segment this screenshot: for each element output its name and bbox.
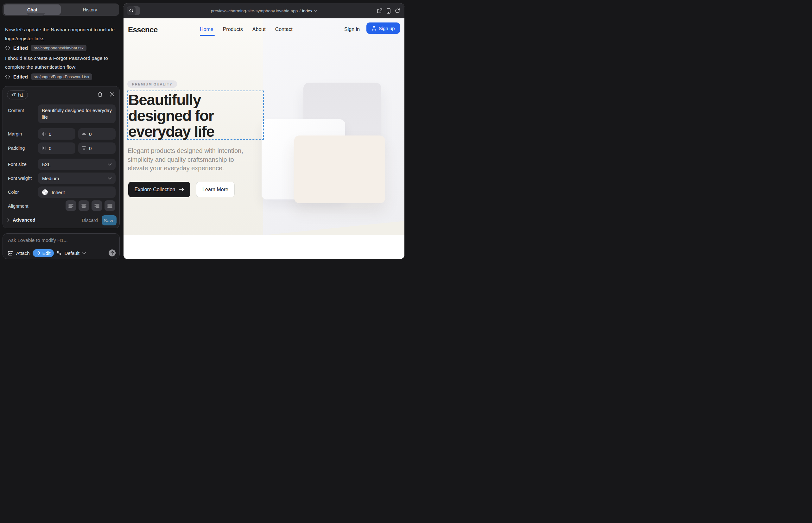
preview-site: Essence Home Products About Contact Sign… <box>124 18 404 259</box>
url-bar[interactable]: preview--charming-site-symphony.lovable.… <box>124 8 404 13</box>
open-external-icon[interactable] <box>377 8 382 13</box>
padding-x-value: 0 <box>49 146 51 151</box>
delete-element-button[interactable] <box>96 91 104 98</box>
code-icon <box>127 6 136 15</box>
prompt-composer: Ask Lovable to modify H1... Attach Edit … <box>2 233 120 259</box>
explore-collection-button[interactable]: Explore Collection <box>128 182 190 197</box>
padding-vertical-icon <box>82 146 86 150</box>
nav-link-about[interactable]: About <box>252 26 266 32</box>
color-select[interactable]: Inherit <box>38 186 116 198</box>
nav-link-home[interactable]: Home <box>200 26 213 32</box>
trash-icon <box>98 92 103 97</box>
content-input[interactable]: Beautifully designed for everyday life <box>38 105 116 123</box>
code-preview-toggle[interactable] <box>127 6 140 15</box>
file-chip[interactable]: src/components/Navbar.tsx <box>31 44 86 51</box>
font-size-label: Font size <box>8 162 27 167</box>
nav-link-contact[interactable]: Contact <box>275 26 293 32</box>
margin-y-input[interactable]: 0 <box>78 128 116 140</box>
padding-y-value: 0 <box>89 146 91 151</box>
crosshair-icon <box>36 251 40 255</box>
edited-file-row[interactable]: Edited src/pages/ForgotPassword.tsx <box>5 73 92 80</box>
tab-chat-label: Chat <box>27 7 37 12</box>
url-separator: / <box>299 8 301 13</box>
edited-file-row[interactable]: Edited src/components/Navbar.tsx <box>5 44 86 52</box>
site-logo[interactable]: Essence <box>128 25 158 34</box>
discard-button[interactable]: Discard <box>82 217 98 223</box>
sign-up-label: Sign up <box>379 26 395 31</box>
code-icon <box>5 74 10 79</box>
assistant-message: I should also create a Forgot Password p… <box>5 54 120 72</box>
align-right-icon <box>94 203 100 208</box>
content-label: Content <box>8 108 24 113</box>
font-weight-value: Medium <box>42 176 59 181</box>
tab-history-label: History <box>83 7 97 12</box>
align-justify-icon <box>107 203 112 208</box>
chevron-down-icon <box>82 252 86 254</box>
padding-label: Padding <box>8 146 25 151</box>
font-size-select[interactable]: 5XL <box>38 159 116 170</box>
settings-sliders-icon <box>57 251 61 255</box>
lovable-app: Chat History ·· Now let's update the Nav… <box>0 0 406 262</box>
margin-x-input[interactable]: 0 <box>38 128 75 140</box>
prompt-input[interactable]: Ask Lovable to modify H1... <box>8 237 68 243</box>
margin-label: Margin <box>8 131 22 137</box>
alignment-label: Alignment <box>8 203 28 209</box>
url-host: preview--charming-site-symphony.lovable.… <box>211 8 298 13</box>
browser-toolbar: preview--charming-site-symphony.lovable.… <box>124 3 404 18</box>
color-value: Inherit <box>52 190 65 195</box>
learn-more-button[interactable]: Learn More <box>196 182 235 197</box>
edited-label: Edited <box>13 74 28 79</box>
close-panel-button[interactable] <box>109 91 116 98</box>
attach-button[interactable]: Attach <box>16 250 30 256</box>
padding-y-input[interactable]: 0 <box>78 142 116 154</box>
browser-actions <box>377 3 400 18</box>
color-swatch <box>42 189 48 195</box>
typography-icon: тT <box>12 92 16 97</box>
file-chip[interactable]: src/pages/ForgotPassword.tsx <box>31 73 92 80</box>
tab-history[interactable]: History <box>61 7 119 12</box>
composer-toolbar: Attach Edit Default <box>8 249 116 257</box>
chevron-down-icon <box>314 10 317 12</box>
margin-horizontal-icon <box>41 132 46 136</box>
font-size-value: 5XL <box>42 162 51 167</box>
chevron-right-icon <box>7 218 10 222</box>
align-center-button[interactable] <box>78 200 89 211</box>
mode-select[interactable]: Default <box>64 250 80 256</box>
arrow-up-icon <box>110 251 114 255</box>
mobile-view-icon[interactable] <box>387 8 390 14</box>
padding-x-input[interactable]: 0 <box>38 142 75 154</box>
scrolled-chip: ·· <box>27 13 45 16</box>
refresh-icon[interactable] <box>395 8 400 13</box>
nav-active-underline <box>200 35 215 36</box>
margin-y-value: 0 <box>89 131 91 137</box>
align-left-button[interactable] <box>66 200 76 211</box>
edit-mode-label: Edit <box>42 250 51 256</box>
site-nav: Home Products About Contact <box>200 26 293 32</box>
align-left-icon <box>68 203 73 208</box>
close-icon <box>110 92 114 96</box>
sign-up-button[interactable]: Sign up <box>366 22 400 34</box>
send-button[interactable] <box>109 250 116 256</box>
align-justify-button[interactable] <box>105 200 115 211</box>
hero-heading[interactable]: Beautifully designed for everyday life <box>128 92 263 140</box>
arrow-right-icon <box>179 188 184 192</box>
save-button[interactable]: Save <box>102 215 117 226</box>
code-icon <box>5 46 10 50</box>
attach-image-icon <box>8 250 13 255</box>
margin-x-value: 0 <box>49 131 51 137</box>
edit-mode-button[interactable]: Edit <box>33 249 54 257</box>
element-editor-panel: тT h1 Content Beautifully designed for e… <box>2 86 120 228</box>
explore-collection-label: Explore Collection <box>135 187 175 193</box>
preview-browser-window: preview--charming-site-symphony.lovable.… <box>124 3 404 259</box>
element-tag-label: h1 <box>18 92 23 97</box>
assistant-message: Now let's update the Navbar component to… <box>5 25 120 43</box>
align-right-button[interactable] <box>91 200 102 211</box>
sign-in-link[interactable]: Sign in <box>344 26 360 32</box>
chat-history-tabs: Chat History <box>2 3 119 16</box>
color-label: Color <box>8 190 19 195</box>
advanced-toggle[interactable]: Advanced <box>7 217 35 222</box>
user-icon <box>372 26 376 31</box>
decor-card-cream <box>294 136 385 203</box>
font-weight-select[interactable]: Medium <box>38 173 116 184</box>
nav-link-products[interactable]: Products <box>223 26 243 32</box>
